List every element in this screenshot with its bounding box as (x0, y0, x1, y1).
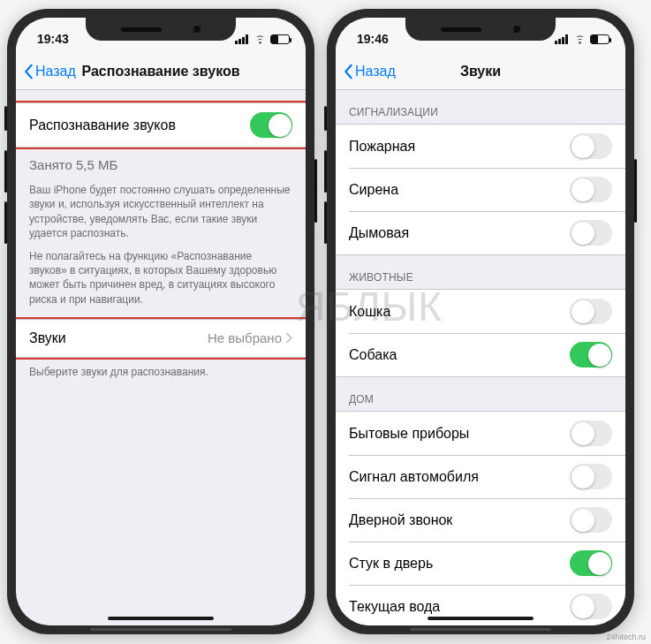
storage-text: Занято 5,5 МБ (29, 156, 292, 174)
back-label: Назад (35, 64, 76, 80)
status-time: 19:43 (37, 32, 69, 46)
sound-row-cat[interactable]: Кошка (336, 290, 625, 333)
status-time: 19:46 (357, 32, 389, 46)
sound-switch-cat[interactable] (570, 299, 612, 324)
section-header: СИГНАЛИЗАЦИИ (336, 90, 625, 124)
phone-right: 19:46 Назад Звуки СИГНАЛИЗАЦИИПожарнаяСи… (327, 9, 634, 634)
sound-row-smoke[interactable]: Дымовая (336, 211, 625, 254)
battery-icon (270, 34, 290, 44)
sound-switch-fire[interactable] (570, 133, 612, 159)
sound-switch-door-knock[interactable] (570, 550, 612, 576)
back-button[interactable]: Назад (343, 64, 396, 80)
section-header: ЖИВОТНЫЕ (336, 255, 625, 289)
battery-icon (590, 34, 609, 44)
home-indicator (108, 617, 214, 620)
signal-icon (235, 34, 250, 44)
sound-recognition-row[interactable]: Распознавание звуков (16, 103, 306, 147)
chevron-left-icon (343, 64, 353, 80)
sound-switch-dog[interactable] (570, 342, 612, 367)
sound-label: Текущая вода (349, 599, 570, 615)
description-2: Не полагайтесь на функцию «Распознавание… (16, 240, 306, 319)
chevron-right-icon (285, 332, 292, 344)
page-title: Распознавание звуков (81, 64, 239, 80)
sound-label: Пожарная (349, 139, 570, 155)
sound-row-car-horn[interactable]: Сигнал автомобиля (336, 455, 625, 498)
sound-label: Стук в дверь (349, 556, 570, 572)
wifi-icon (254, 34, 267, 44)
sound-row-siren[interactable]: Сирена (336, 168, 625, 211)
sound-switch-siren[interactable] (570, 177, 612, 202)
sound-label: Собака (349, 347, 570, 363)
nav-bar: Назад Распознавание звуков (16, 53, 306, 90)
home-indicator (428, 617, 534, 620)
sound-switch-car-horn[interactable] (570, 464, 612, 489)
back-label: Назад (355, 64, 396, 80)
sounds-footer: Выберите звуки для распознавания. (16, 358, 306, 379)
sound-label: Сигнал автомобиля (349, 469, 570, 485)
sound-switch-water[interactable] (570, 594, 612, 619)
sound-switch-smoke[interactable] (570, 220, 612, 246)
sounds-row[interactable]: Звуки Не выбрано (16, 320, 306, 357)
sound-label: Бытовые приборы (349, 426, 570, 442)
wifi-icon (573, 34, 587, 44)
sound-recognition-switch[interactable] (250, 112, 292, 138)
sound-row-fire[interactable]: Пожарная (336, 125, 625, 168)
sounds-label: Звуки (29, 330, 208, 346)
section-header: ДОМ (336, 377, 625, 411)
sound-label: Дверной звонок (349, 512, 570, 528)
sounds-detail: Не выбрано (208, 330, 282, 345)
page-title: Звуки (460, 64, 501, 80)
sound-label: Сирена (349, 182, 570, 198)
sound-switch-appliances[interactable] (570, 420, 612, 446)
sound-row-appliances[interactable]: Бытовые приборы (336, 412, 625, 455)
sound-switch-doorbell[interactable] (570, 507, 612, 533)
back-button[interactable]: Назад (23, 64, 76, 80)
phone-left: 19:43 Назад Распознавание звуков Распозн… (7, 9, 314, 634)
sound-recognition-label: Распознавание звуков (29, 117, 250, 133)
signal-icon (555, 34, 570, 44)
nav-bar: Назад Звуки (336, 53, 625, 90)
iphone-notch (86, 18, 236, 41)
chevron-left-icon (23, 64, 34, 80)
sound-row-door-knock[interactable]: Стук в дверь (336, 542, 625, 585)
attribution-text: 24hitech.ru (606, 633, 646, 641)
sound-label: Кошка (349, 304, 570, 320)
sound-row-doorbell[interactable]: Дверной звонок (336, 498, 625, 542)
description-1: Ваш iPhone будет постоянно слушать опред… (16, 174, 306, 240)
sound-row-dog[interactable]: Собака (336, 333, 625, 376)
sound-label: Дымовая (349, 225, 570, 241)
iphone-notch (405, 18, 556, 41)
